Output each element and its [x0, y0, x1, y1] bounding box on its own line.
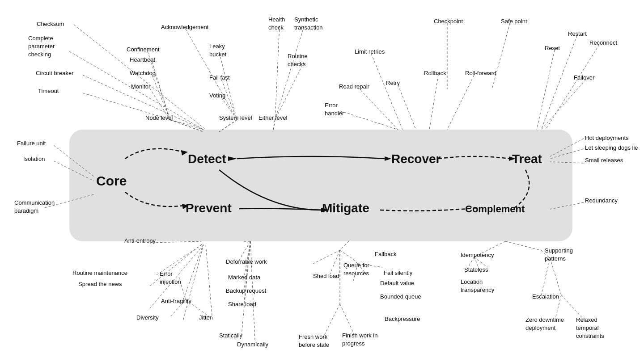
relaxed-temporal-label2: temporal [576, 324, 599, 331]
svg-line-37 [541, 80, 586, 130]
reconnect-label: Reconnect [589, 39, 618, 46]
svg-line-9 [69, 51, 203, 130]
fresh-work-label: Fresh work [299, 333, 328, 340]
svg-line-30 [492, 23, 510, 89]
reset-label: Reset [545, 45, 560, 51]
svg-line-24 [275, 62, 304, 120]
zero-downtime-label2: deployment [525, 324, 556, 331]
svg-line-32 [447, 75, 474, 130]
rollback-label: Rollback [424, 70, 446, 76]
zero-downtime-label: Zero downtime [525, 316, 564, 323]
svg-line-22 [275, 26, 280, 120]
svg-line-14 [152, 75, 170, 120]
svg-line-78 [505, 241, 541, 250]
error-injection-label2: injection [160, 278, 181, 285]
idempotency-label: Idempotency [461, 252, 494, 258]
shed-load-label: Shed load [313, 273, 339, 279]
queue-resources-label2: resources [343, 270, 369, 277]
stateless-label: Stateless [464, 266, 488, 273]
svg-line-31 [429, 75, 438, 130]
failover-label: Failover [574, 74, 595, 81]
statically-label: Statically [219, 332, 243, 339]
jitter-label: Jitter [199, 314, 212, 321]
routine-maintenance-label: Routine maintenance [72, 269, 127, 276]
detect-label: Detect [188, 152, 226, 166]
heartbeat-label: Heartbeat [130, 56, 155, 63]
backup-request-label: Backup request [226, 287, 267, 294]
leaky-bucket-label: Leaky [209, 43, 225, 50]
svg-line-11 [83, 93, 203, 130]
error-handler-label2: handler [325, 110, 344, 117]
svg-rect-0 [69, 130, 572, 241]
health-check-label: Health [268, 16, 285, 23]
finish-work-label: Finish work in [342, 332, 377, 339]
recover-label: Recover [391, 152, 441, 166]
watchdog-label: Watchdog [130, 70, 156, 76]
svg-line-18 [221, 80, 237, 120]
restart-label: Restart [568, 30, 587, 37]
bounded-queue-label: Bounded queue [380, 293, 421, 300]
limit-retries-label: Limit retries [355, 48, 385, 55]
svg-line-17 [219, 53, 237, 120]
svg-line-80 [541, 258, 550, 295]
read-repair-label: Read repair [339, 83, 370, 90]
svg-line-50 [183, 245, 203, 320]
synthetic-transaction-label: Synthetic [294, 16, 318, 23]
routine-checks-label: Routine [288, 53, 308, 59]
timeout-label: Timeout [38, 88, 59, 94]
relaxed-temporal-label: Relaxed [576, 316, 597, 323]
monitor-label: Monitor [131, 83, 151, 90]
svg-line-45 [152, 241, 201, 243]
error-handler-label: Error [325, 102, 338, 109]
location-transparency-label2: transparency [461, 286, 495, 293]
node-level-label: Node level [145, 114, 173, 121]
dynamically-label: Dynamically [237, 341, 269, 348]
svg-line-51 [206, 245, 212, 320]
fallback-label: Fallback [375, 251, 397, 257]
checkpoint-label: Checkpoint [434, 18, 463, 25]
communication-paradigm-label: Communication [14, 199, 55, 206]
leaky-bucket-label2: bucket [209, 51, 227, 58]
error-injection-label: Error [160, 270, 173, 277]
spread-news-label: Spread the news [78, 281, 122, 287]
diversity-label: Diversity [136, 314, 159, 321]
supporting-patterns-label2: patterns [545, 255, 566, 262]
fail-silently-label: Fail silently [384, 269, 413, 276]
svg-line-62 [340, 241, 349, 250]
fail-fast-label: Fail fast [209, 74, 230, 81]
prevent-label: Prevent [186, 201, 232, 215]
safe-point-label: Safe point [501, 18, 527, 25]
system-level-label: System level [219, 114, 252, 121]
confinement-label: Confinement [127, 46, 160, 53]
mitigate-label: Mitigate [322, 201, 369, 215]
either-level-label: Either level [258, 114, 287, 121]
core-label: Core [96, 173, 127, 188]
health-check-label2: check [268, 24, 284, 31]
complement-label: Complement [465, 203, 525, 215]
default-value-label: Default value [380, 280, 414, 286]
fresh-work-label2: before stale [299, 341, 329, 348]
routine-checks-label2: checks [288, 61, 306, 67]
redundancy-label: Redundancy [585, 197, 618, 204]
svg-line-63 [313, 250, 340, 264]
svg-line-48 [183, 244, 203, 299]
anti-fragility-label: Anti-fragility [161, 298, 191, 304]
roll-forward-label: Roll-forward [465, 70, 496, 76]
failure-unit-label: Failure unit [17, 140, 46, 147]
supporting-patterns-label: Supporting [545, 247, 573, 254]
svg-line-33 [398, 85, 416, 130]
synthetic-transaction-label2: transaction [294, 24, 323, 31]
queue-resources-label: Queue for [343, 262, 369, 269]
isolation-label: Isolation [23, 156, 45, 162]
treat-label: Treat [512, 152, 542, 166]
svg-line-81 [550, 258, 561, 295]
svg-line-8 [74, 25, 206, 130]
acknowledgement-label: Acknowledgement [161, 24, 209, 30]
location-transparency-label: Location [461, 278, 483, 285]
escalation-label: Escalation [532, 293, 559, 300]
retry-label: Retry [386, 80, 400, 86]
svg-line-26 [371, 54, 402, 130]
anti-entropy-label: Anti-entropy [124, 237, 156, 244]
svg-line-27 [358, 87, 398, 130]
complete-parameter-label2: parameter [28, 43, 55, 50]
